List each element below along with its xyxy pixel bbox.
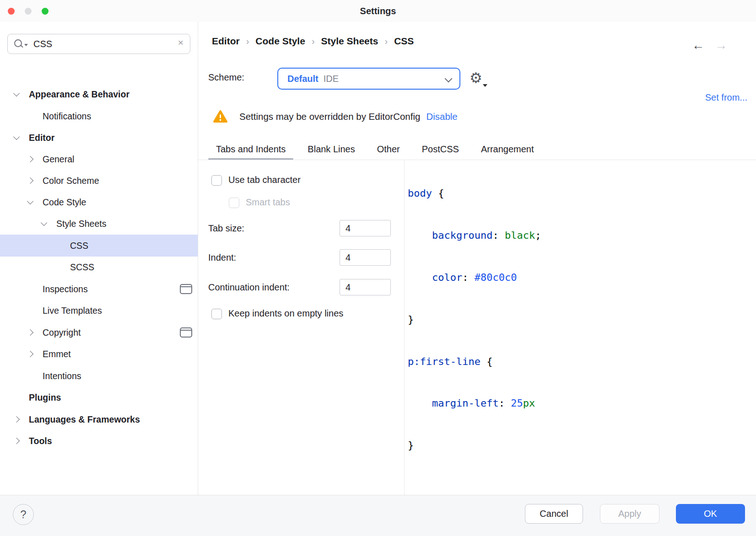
keep-indents-checkbox[interactable] — [211, 309, 222, 319]
tab-tabs-and-indents[interactable]: Tabs and Indents — [208, 139, 293, 160]
tab-blank-lines[interactable]: Blank Lines — [300, 139, 362, 160]
apply-button: Apply — [600, 504, 659, 524]
ok-button-label: OK — [704, 509, 717, 519]
sidebar-item-intentions[interactable]: Intentions — [0, 365, 198, 387]
help-button[interactable]: ? — [13, 504, 34, 525]
clear-search-icon[interactable]: × — [178, 37, 184, 48]
sidebar-item-editor[interactable]: Editor — [0, 127, 198, 149]
tab-size-input[interactable] — [340, 220, 391, 236]
indent-label: Indent: — [208, 252, 236, 263]
scheme-select[interactable]: Default IDE — [277, 68, 460, 90]
code-token: color — [408, 272, 462, 283]
breadcrumb-item[interactable]: Code Style — [255, 36, 305, 47]
code-token: body — [408, 188, 432, 199]
code-token: { — [432, 188, 444, 199]
breadcrumb-separator: › — [312, 36, 315, 47]
sidebar-item-notifications[interactable]: Notifications — [0, 105, 198, 127]
scheme-value: Default — [287, 74, 319, 84]
code-preview: body { background: black; color: #80c0c0… — [408, 161, 596, 536]
code-line: } — [408, 436, 596, 455]
chevron-down-icon — [445, 75, 453, 83]
breadcrumb-item[interactable]: CSS — [394, 36, 414, 47]
modified-settings-icon — [180, 327, 192, 338]
code-token: { — [481, 356, 493, 367]
form-preview-divider — [404, 160, 405, 495]
sidebar-item-emmet[interactable]: Emmet — [0, 343, 198, 365]
breadcrumb: Editor › Code Style › Style Sheets › CSS — [212, 36, 414, 47]
sidebar-item-live-templates[interactable]: Live Templates — [0, 300, 198, 322]
sidebar-item-general[interactable]: General — [0, 148, 198, 170]
smart-tabs-checkbox — [229, 198, 239, 208]
breadcrumb-item[interactable]: Editor — [212, 36, 240, 47]
use-tab-character-checkbox[interactable] — [211, 175, 222, 186]
use-tab-character-label[interactable]: Use tab character — [228, 175, 301, 185]
sidebar-item-code-style[interactable]: Code Style — [0, 191, 198, 213]
sidebar-item-label: Color Scheme — [0, 176, 99, 186]
sidebar-item-label: Appearance & Behavior — [0, 89, 130, 100]
tab-label: Tabs and Indents — [216, 144, 286, 155]
code-token: background — [408, 230, 492, 241]
search-history-chevron-icon[interactable] — [24, 44, 28, 46]
tab-arrangement[interactable]: Arrangement — [473, 139, 542, 160]
code-line: p:first-line { — [408, 352, 596, 371]
sidebar-item-label: Plugins — [0, 392, 61, 403]
tab-label: Arrangement — [481, 144, 534, 155]
editorconfig-warning: Settings may be overridden by EditorConf… — [213, 110, 458, 123]
search-input[interactable] — [32, 34, 172, 54]
code-line: background: black; — [408, 226, 596, 245]
breadcrumb-separator: › — [384, 36, 388, 47]
sidebar-item-appearance-behavior[interactable]: Appearance & Behavior — [0, 83, 198, 105]
smart-tabs-label: Smart tabs — [246, 197, 290, 208]
sidebar-item-label: General — [0, 154, 74, 165]
back-arrow-icon[interactable]: ← — [692, 38, 704, 53]
tab-postcss[interactable]: PostCSS — [414, 139, 467, 160]
settings-sidebar: × Appearance & Behavior Notifications Ed… — [0, 22, 198, 495]
code-token: p:first-line — [408, 356, 481, 367]
sidebar-item-languages-frameworks[interactable]: Languages & Frameworks — [0, 408, 198, 430]
sidebar-item-css[interactable]: CSS — [0, 235, 198, 257]
sidebar-item-label: Intentions — [0, 371, 81, 381]
sidebar-item-style-sheets[interactable]: Style Sheets — [0, 213, 198, 235]
sidebar-item-label: Notifications — [0, 111, 91, 122]
code-token: px — [523, 397, 535, 409]
sidebar-item-label: Copyright — [0, 327, 81, 338]
indent-input[interactable] — [340, 249, 391, 266]
sidebar-item-inspections[interactable]: Inspections — [0, 278, 198, 300]
set-from-link[interactable]: Set from... — [705, 92, 747, 103]
sidebar-item-scss[interactable]: SCSS — [0, 256, 198, 278]
sidebar-item-label: CSS — [0, 241, 88, 251]
scheme-label: Scheme: — [208, 72, 244, 83]
help-icon: ? — [20, 508, 26, 521]
sidebar-item-tools[interactable]: Tools — [0, 430, 198, 452]
cancel-button[interactable]: Cancel — [525, 504, 583, 524]
window-title: Settings — [0, 0, 756, 22]
code-token: : — [499, 397, 505, 409]
code-token: : — [462, 272, 468, 283]
sidebar-item-label: Code Style — [0, 197, 86, 208]
sidebar-item-label: SCSS — [0, 262, 94, 273]
sidebar-item-label: Live Templates — [0, 306, 102, 316]
continuation-indent-input[interactable] — [340, 279, 391, 295]
sidebar-item-label: Tools — [0, 436, 52, 446]
code-token: ; — [535, 230, 541, 241]
sidebar-item-plugins[interactable]: Plugins — [0, 386, 198, 408]
gear-dropdown-arrow-icon — [483, 84, 487, 87]
sidebar-item-copyright[interactable]: Copyright — [0, 322, 198, 343]
sidebar-item-label: Languages & Frameworks — [0, 414, 140, 425]
breadcrumb-item[interactable]: Style Sheets — [321, 36, 378, 47]
keep-indents-label[interactable]: Keep indents on empty lines — [228, 308, 343, 319]
disable-editorconfig-link[interactable]: Disable — [426, 111, 457, 122]
ok-button[interactable]: OK — [676, 504, 745, 524]
gear-icon[interactable]: ⚙ — [470, 69, 482, 87]
code-token: #80c0c0 — [468, 272, 517, 283]
search-input-wrapper[interactable]: × — [7, 34, 190, 54]
dialog-footer: ? Cancel Apply OK — [0, 495, 756, 536]
code-line-blank — [408, 478, 596, 497]
modified-settings-icon — [180, 284, 192, 294]
sidebar-item-color-scheme[interactable]: Color Scheme — [0, 170, 198, 192]
tab-other[interactable]: Other — [369, 139, 408, 160]
sidebar-item-label: Inspections — [0, 284, 88, 295]
code-line: color: #80c0c0 — [408, 268, 596, 287]
sidebar-item-label: Editor — [0, 133, 54, 143]
code-token: } — [408, 440, 414, 451]
